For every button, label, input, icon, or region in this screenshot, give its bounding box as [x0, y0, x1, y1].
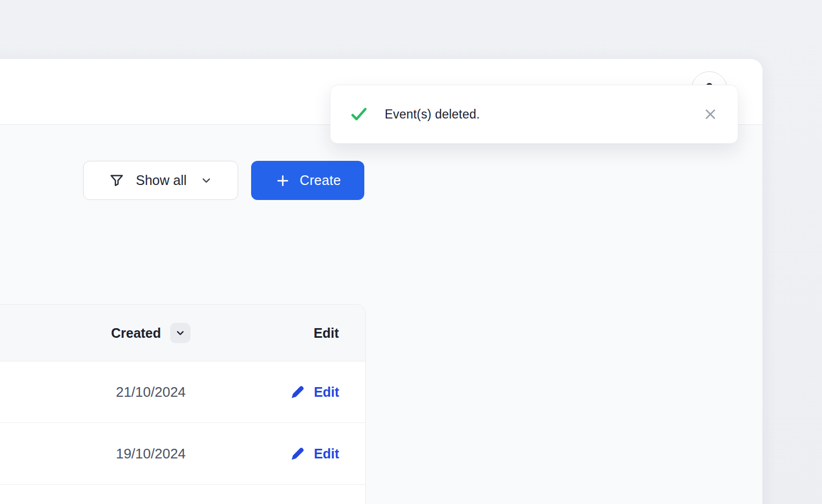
- table-row-partial: [0, 485, 365, 504]
- column-header-created-label: Created: [111, 325, 161, 341]
- pencil-icon: [290, 446, 305, 462]
- created-cell: 21/10/2024: [70, 361, 231, 423]
- events-table: Created Edit 21/10/2024 Edit: [0, 304, 366, 504]
- created-cell: 19/10/2024: [70, 423, 231, 484]
- filter-button-label: Show all: [136, 173, 187, 188]
- toast-message: Event(s) deleted.: [385, 107, 480, 122]
- table-row: 21/10/2024 Edit: [0, 361, 365, 423]
- check-icon: [349, 104, 369, 124]
- edit-link[interactable]: Edit: [261, 361, 366, 423]
- create-button-label: Create: [300, 173, 341, 188]
- create-button[interactable]: Create: [251, 161, 364, 200]
- column-header-edit-label: Edit: [313, 325, 339, 341]
- edit-link-label: Edit: [314, 384, 339, 400]
- close-icon: [702, 106, 718, 122]
- chevron-down-icon: [200, 174, 213, 187]
- sort-chevron-button[interactable]: [170, 323, 190, 343]
- column-header-created: Created: [70, 305, 231, 361]
- pencil-icon: [290, 384, 305, 400]
- edit-link[interactable]: Edit: [261, 423, 366, 484]
- toast-close-button[interactable]: [701, 105, 720, 123]
- table-row: 19/10/2024 Edit: [0, 423, 365, 485]
- chevron-down-icon: [174, 327, 186, 339]
- plus-icon: [275, 173, 291, 189]
- funnel-icon: [108, 172, 125, 189]
- toast: Event(s) deleted.: [330, 85, 738, 144]
- column-header-edit: Edit: [273, 305, 366, 361]
- edit-link-label: Edit: [314, 446, 339, 462]
- filter-button[interactable]: Show all: [83, 161, 238, 200]
- table-header-row: Created Edit: [0, 305, 365, 361]
